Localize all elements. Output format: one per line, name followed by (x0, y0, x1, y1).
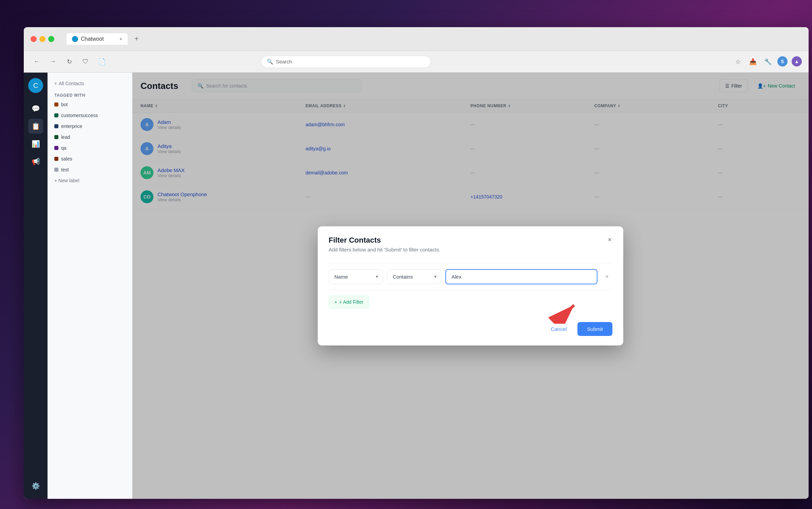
minimize-button[interactable] (39, 36, 45, 42)
label-name-customersuccess: customersuccess (61, 113, 98, 118)
add-filter-button[interactable]: + + Add Filter (329, 296, 369, 308)
modal-close-button[interactable]: × (604, 234, 615, 245)
filter-value-input[interactable] (445, 269, 597, 284)
add-filter-icon: + (334, 299, 337, 305)
sidebar-item-settings[interactable]: ⚙️ (28, 478, 43, 493)
arrow-indicator (549, 290, 583, 325)
sidebar-item-conversations[interactable]: 💬 (28, 101, 43, 116)
tab-favicon (72, 36, 78, 42)
close-button[interactable] (31, 36, 37, 42)
refresh-button[interactable]: ↻ (63, 56, 75, 68)
list-icon: ≡ (54, 81, 57, 86)
browser-window: Chatwoot × + ← → ↻ 🛡 📄 🔍 Search ☆ 📥 🔧 (24, 27, 809, 499)
browser-search-label: Search (276, 59, 292, 64)
maximize-button[interactable] (48, 36, 54, 42)
search-icon: 🔍 (267, 59, 273, 65)
filter-row: Name Email Phone Company Contains Equals (329, 263, 612, 290)
label-name-lead: lead (61, 134, 70, 140)
add-filter-label: + Add Filter (339, 299, 363, 305)
arrow-svg (549, 290, 583, 324)
label-color-enterprice (54, 124, 58, 128)
title-bar: Chatwoot × + (24, 27, 809, 51)
label-item-sales[interactable]: sales (48, 153, 132, 164)
filter-field-wrapper: Name Email Phone Company (329, 269, 383, 284)
filter-contacts-modal: Filter Contacts Add filters below and hi… (318, 226, 623, 345)
sidebar-item-reports[interactable]: 📊 (28, 136, 43, 151)
label-item-bot[interactable]: bot (48, 99, 132, 110)
label-item-enterprice[interactable]: enterprice (48, 121, 132, 132)
traffic-lights (31, 36, 54, 42)
user-avatar-purple[interactable]: ▲ (792, 56, 802, 67)
filter-operator-wrapper: Contains Equals Starts with (387, 269, 441, 284)
new-label-button[interactable]: + New label (48, 175, 132, 186)
modal-overlay[interactable]: Filter Contacts Add filters below and hi… (132, 73, 809, 499)
sidebar-item-contacts[interactable]: 📋 (28, 119, 43, 134)
user-avatar-s[interactable]: S (777, 56, 788, 67)
nav-bar: ← → ↻ 🛡 📄 🔍 Search ☆ 📥 🔧 S ▲ (24, 51, 809, 73)
tab-bar: Chatwoot × + (67, 33, 143, 45)
label-color-bot (54, 102, 58, 107)
secondary-sidebar: ≡ All Contacts Tagged with bot customers… (48, 73, 132, 499)
reader-icon: 📄 (96, 56, 108, 68)
label-item-lead[interactable]: lead (48, 132, 132, 143)
label-color-test (54, 168, 58, 172)
sidebar-item-campaigns[interactable]: 📢 (28, 154, 43, 169)
back-button[interactable]: ← (31, 56, 43, 68)
label-item-test[interactable]: test (48, 164, 132, 175)
label-color-qa (54, 146, 58, 150)
svg-line-1 (559, 305, 574, 320)
forward-button[interactable]: → (47, 56, 59, 68)
modal-title: Filter Contacts (329, 236, 612, 245)
label-name-test: test (61, 167, 69, 172)
label-color-lead (54, 135, 58, 139)
modal-subtitle: Add filters below and hit 'Submit' to fi… (329, 247, 612, 252)
shield-icon: 🛡 (79, 56, 92, 68)
filter-field-select[interactable]: Name Email Phone Company (329, 269, 383, 284)
label-name-enterprice: enterprice (61, 124, 82, 129)
main-content: Contacts 🔍 Search for contacts ☰ Filter … (132, 73, 809, 499)
modal-header: Filter Contacts Add filters below and hi… (318, 226, 623, 258)
tagged-with-section: Tagged with (48, 89, 132, 99)
label-color-sales (54, 157, 58, 161)
label-name-qa: qa (61, 145, 67, 151)
app-content: C 💬 📋 📊 📢 ⚙️ ≡ All Contacts Tagged with … (24, 73, 809, 499)
label-item-qa[interactable]: qa (48, 143, 132, 153)
tab-close-icon[interactable]: × (119, 36, 122, 42)
pocket-icon[interactable]: 📥 (748, 56, 758, 67)
new-tab-button[interactable]: + (130, 33, 143, 45)
submit-button[interactable]: Submit (577, 322, 612, 336)
label-name-bot: bot (61, 102, 68, 107)
all-contacts-link[interactable]: ≡ All Contacts (48, 78, 132, 89)
wrench-icon[interactable]: 🔧 (762, 56, 773, 67)
filter-operator-select[interactable]: Contains Equals Starts with (387, 269, 441, 284)
star-icon[interactable]: ☆ (733, 56, 743, 67)
browser-tab[interactable]: Chatwoot × (67, 33, 128, 45)
app-logo[interactable]: C (28, 78, 43, 93)
sidebar: C 💬 📋 📊 📢 ⚙️ (24, 73, 48, 499)
all-contacts-label: All Contacts (59, 81, 84, 86)
tab-title: Chatwoot (81, 36, 104, 42)
browser-search[interactable]: 🔍 Search (261, 56, 431, 68)
nav-icons: ☆ 📥 🔧 S ▲ (733, 56, 802, 67)
filter-clear-button[interactable]: × (602, 271, 612, 282)
label-name-sales: sales (61, 156, 72, 162)
label-item-customersuccess[interactable]: customersuccess (48, 110, 132, 121)
label-color-customersuccess (54, 113, 58, 117)
